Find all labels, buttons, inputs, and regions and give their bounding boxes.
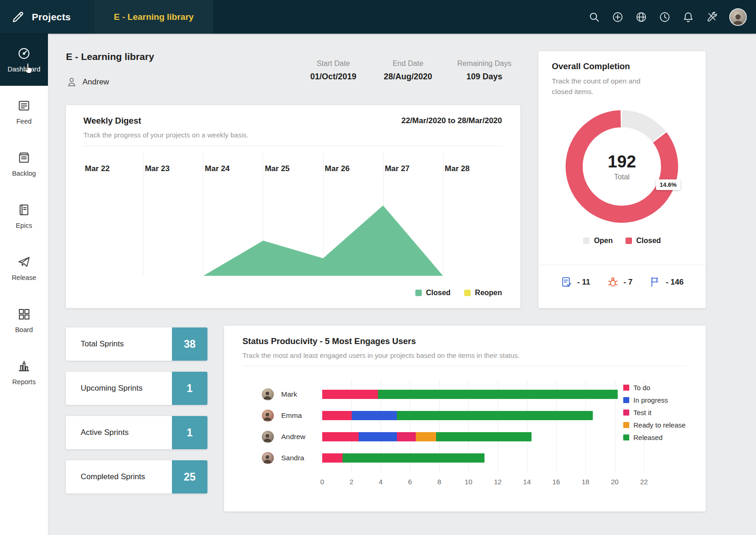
x-tick: 22 bbox=[640, 478, 648, 486]
sidebar-item-label: Feed bbox=[16, 118, 31, 125]
weekly-digest-card: Weekly Digest 22/Mar/2020 to 28/Mar/2020… bbox=[66, 105, 520, 308]
project-dates: Start Date 01/Oct/2019 End Date 28/Aug/2… bbox=[308, 59, 511, 82]
donut-svg bbox=[566, 110, 678, 223]
weekly-day-label: Mar 23 bbox=[145, 164, 203, 173]
recent-activity-icon[interactable] bbox=[659, 11, 671, 23]
task-count: - 11 bbox=[577, 278, 590, 287]
sidebar-item-label: Board bbox=[15, 326, 33, 333]
item-counters: - 11 - 7 - 146 bbox=[538, 276, 706, 288]
bug-icon bbox=[607, 276, 619, 288]
status-productivity-subtitle: Track the most and least engaged users i… bbox=[224, 351, 706, 359]
end-date: End Date 28/Aug/2020 bbox=[383, 59, 433, 82]
legend-label: Reopen bbox=[475, 289, 502, 297]
x-tick: 8 bbox=[437, 478, 441, 486]
x-tick: 2 bbox=[349, 478, 353, 486]
bug-counter: - 7 bbox=[607, 276, 632, 288]
sidebar-item-label: Backlog bbox=[12, 170, 36, 177]
bar-segment-ready-to-release bbox=[416, 432, 436, 441]
active-project-tab[interactable]: E - Learning library bbox=[94, 0, 213, 34]
bar-segment-released bbox=[378, 390, 618, 399]
bar-segment-in-progress bbox=[359, 432, 397, 441]
app-name: Projects bbox=[32, 12, 71, 23]
sidebar-item-feed[interactable]: Feed bbox=[0, 86, 48, 138]
sprint-stat-label: Active Sprints bbox=[66, 428, 129, 437]
legend-open: Open bbox=[583, 237, 613, 245]
upcoming-sprints-card[interactable]: Upcoming Sprints 1 bbox=[66, 372, 207, 405]
status-legend-ready-to-release: Ready to release bbox=[623, 421, 685, 429]
app-logo[interactable]: Projects bbox=[0, 0, 94, 34]
flag-count: - 146 bbox=[666, 278, 684, 287]
legend-swatch bbox=[464, 290, 471, 296]
sprint-stat-label: Upcoming Sprints bbox=[66, 384, 142, 393]
sidebar-item-label: Release bbox=[12, 274, 36, 281]
x-tick: 6 bbox=[408, 478, 412, 486]
tools-icon[interactable] bbox=[706, 11, 718, 23]
weekly-day-label: Mar 24 bbox=[205, 164, 263, 173]
search-icon[interactable] bbox=[588, 11, 600, 23]
legend-label: To do bbox=[633, 384, 650, 392]
user-avatar[interactable] bbox=[729, 8, 747, 26]
globe-icon[interactable] bbox=[635, 11, 647, 23]
user-row-andrew: Andrew bbox=[262, 426, 618, 447]
legend-label: Closed bbox=[636, 237, 661, 245]
sidebar-item-dashboard[interactable]: Dashboard bbox=[0, 34, 48, 86]
weekly-digest-date-range: 22/Mar/2020 to 28/Mar/2020 bbox=[402, 116, 502, 125]
weekly-column-mar-25: Mar 25 bbox=[263, 153, 323, 276]
sidebar-item-reports[interactable]: Reports bbox=[0, 346, 48, 398]
notifications-icon[interactable] bbox=[682, 11, 694, 23]
divider bbox=[538, 265, 706, 265]
legend-label: Closed bbox=[426, 289, 450, 297]
add-icon[interactable] bbox=[612, 11, 624, 23]
x-tick: 16 bbox=[552, 478, 560, 486]
owner-name: Andrew bbox=[83, 77, 109, 87]
x-tick: 12 bbox=[494, 478, 502, 486]
user-row-emma: Emma bbox=[262, 405, 618, 426]
remaining-days-label: Remaining Days bbox=[457, 59, 511, 68]
project-owner: Andrew bbox=[66, 76, 109, 88]
active-sprints-card[interactable]: Active Sprints 1 bbox=[66, 416, 207, 449]
user-name: Sandra bbox=[281, 454, 322, 462]
weekly-column-mar-28: Mar 28 bbox=[443, 153, 503, 276]
overall-completion-title: Overall Completion bbox=[538, 51, 706, 71]
bar-segment-to-do bbox=[322, 390, 378, 399]
avatar bbox=[262, 410, 274, 422]
remaining-days: Remaining Days 109 Days bbox=[457, 59, 511, 82]
user-name: Mark bbox=[281, 390, 322, 398]
sprint-stat-value: 1 bbox=[172, 372, 207, 405]
total-sprints-card[interactable]: Total Sprints 38 bbox=[66, 327, 207, 361]
bar-segment-to-do bbox=[322, 411, 352, 420]
epics-icon bbox=[17, 203, 31, 217]
feed-icon bbox=[17, 99, 31, 113]
weekly-legend-closed: Closed bbox=[415, 289, 450, 297]
task-icon bbox=[561, 276, 573, 288]
sidebar-item-release[interactable]: Release bbox=[0, 242, 48, 294]
completion-donut-chart: 192 Total 14.6% 85.4% bbox=[566, 110, 678, 223]
legend-label: Ready to release bbox=[633, 421, 685, 429]
sidebar-item-epics[interactable]: Epics bbox=[0, 190, 48, 242]
user-name: Andrew bbox=[281, 433, 322, 441]
avatar bbox=[262, 388, 274, 400]
weekly-column-mar-27: Mar 27 bbox=[384, 153, 443, 276]
x-tick: 18 bbox=[582, 478, 590, 486]
overall-completion-card: Overall Completion Track the count of op… bbox=[538, 51, 706, 308]
legend-swatch bbox=[623, 397, 629, 403]
completion-legend: Open Closed bbox=[538, 237, 706, 245]
end-date-label: End Date bbox=[383, 59, 433, 68]
legend-swatch bbox=[623, 385, 629, 391]
closed-percentage-label: 85.4% bbox=[613, 257, 630, 264]
sidebar-item-board[interactable]: Board bbox=[0, 294, 48, 346]
legend-swatch bbox=[626, 238, 632, 244]
x-tick: 0 bbox=[320, 478, 324, 486]
x-tick: 20 bbox=[611, 478, 619, 486]
weekly-day-label: Mar 27 bbox=[385, 164, 443, 173]
x-tick: 4 bbox=[379, 478, 383, 486]
sidebar-item-backlog[interactable]: Backlog bbox=[0, 138, 48, 190]
sidebar-item-label: Dashboard bbox=[8, 65, 41, 73]
bar-segment-to-do bbox=[322, 453, 343, 463]
backlog-icon bbox=[17, 151, 31, 165]
completed-sprints-card[interactable]: Completed Sprints 25 bbox=[66, 460, 207, 493]
weekly-column-mar-22: Mar 22 bbox=[83, 153, 143, 276]
status-legend-to-do: To do bbox=[623, 384, 685, 392]
weekly-digest-subtitle: Track the progress of your projects on a… bbox=[66, 131, 520, 139]
task-counter: - 11 bbox=[561, 276, 590, 288]
